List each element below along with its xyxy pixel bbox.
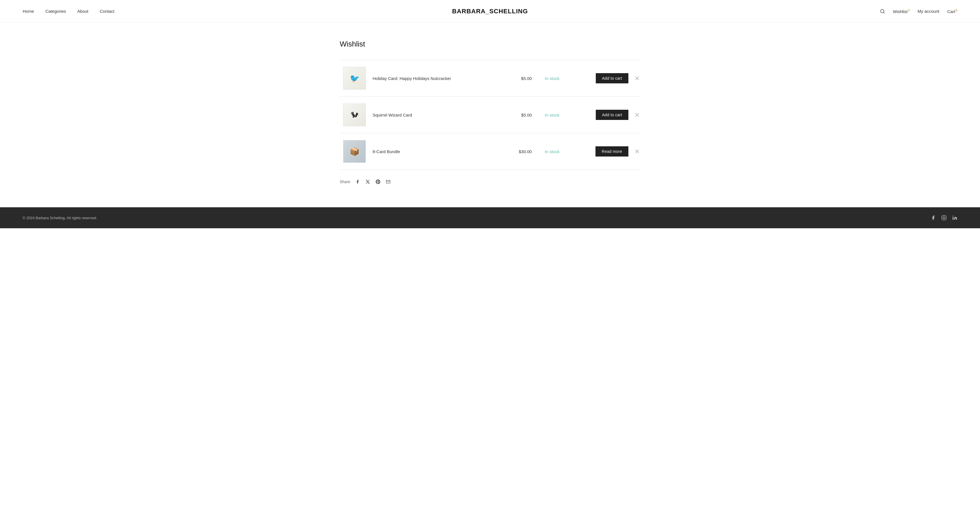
nav-wishlist[interactable]: Wishlist3 [893, 8, 910, 14]
svg-point-0 [880, 10, 884, 13]
main-content: Wishlist Holiday Card: Happy Holidays Nu… [334, 23, 646, 207]
product-name-3: 8-Card Bundle [369, 133, 504, 170]
site-header: Home Categories About Contact BARBARA_SC… [0, 0, 980, 23]
remove-item-button-3[interactable] [634, 148, 640, 154]
product-name-1: Holiday Card: Happy Holidays Nutcracker [369, 60, 504, 97]
footer-copyright: © 2024 Barbara Schelling. All rights res… [23, 216, 97, 220]
product-stock-1: In stock [535, 60, 569, 97]
wishlist-item-3: 8-Card Bundle $30.00 In stock Read more [340, 133, 640, 170]
footer-instagram-button[interactable] [942, 215, 947, 220]
product-stock-3: In stock [535, 133, 569, 170]
footer-linkedin-icon [952, 215, 957, 220]
wishlist-item-2: Squirrel Wizard Card $5.00 In stock Add … [340, 97, 640, 133]
footer-instagram-icon [942, 215, 947, 220]
x-twitter-icon [366, 180, 370, 184]
share-section: Share [340, 179, 640, 184]
add-to-cart-button-1[interactable]: Add to cart [596, 73, 628, 83]
share-pinterest-button[interactable] [375, 179, 381, 184]
product-image-2 [343, 103, 366, 126]
product-price-2: $5.00 [504, 97, 535, 133]
footer-facebook-icon [931, 215, 936, 220]
site-footer: © 2024 Barbara Schelling. All rights res… [0, 207, 980, 228]
svg-line-1 [884, 12, 885, 13]
product-action-cell-1: Add to cart [569, 60, 632, 97]
header-right-nav: Wishlist3 My account Cart5 [880, 8, 957, 14]
add-to-cart-button-2[interactable]: Add to cart [596, 110, 628, 120]
remove-item-button-2[interactable] [634, 112, 640, 118]
product-name-2: Squirrel Wizard Card [369, 97, 504, 133]
product-image-cell-3 [340, 133, 369, 170]
main-nav: Home Categories About Contact [23, 9, 114, 14]
email-icon [386, 180, 390, 184]
wishlist-table: Holiday Card: Happy Holidays Nutcracker … [340, 60, 640, 170]
svg-point-11 [953, 216, 954, 217]
search-icon [880, 9, 885, 14]
share-email-button[interactable] [385, 179, 391, 184]
nav-about[interactable]: About [77, 9, 89, 14]
wishlist-item-1: Holiday Card: Happy Holidays Nutcracker … [340, 60, 640, 97]
nav-categories[interactable]: Categories [45, 9, 66, 14]
svg-rect-8 [942, 216, 946, 220]
footer-social-links [931, 215, 957, 220]
remove-item-button-1[interactable] [634, 75, 640, 81]
footer-facebook-button[interactable] [931, 215, 936, 220]
product-image-cell-2 [340, 97, 369, 133]
cart-badge: 5 [956, 8, 957, 12]
footer-linkedin-button[interactable] [952, 215, 957, 220]
search-button[interactable] [880, 9, 885, 14]
share-label: Share [340, 180, 350, 184]
share-facebook-button[interactable] [355, 179, 360, 184]
facebook-icon [355, 180, 360, 184]
nav-cart[interactable]: Cart5 [947, 8, 957, 14]
product-stock-2: In stock [535, 97, 569, 133]
product-image-cell-1 [340, 60, 369, 97]
close-icon [635, 76, 639, 80]
read-more-button-3[interactable]: Read more [595, 146, 628, 157]
nav-home[interactable]: Home [23, 9, 34, 14]
product-image-3 [343, 140, 366, 163]
close-icon [635, 113, 639, 117]
pinterest-icon [376, 180, 380, 184]
svg-rect-10 [953, 217, 954, 220]
product-price-3: $30.00 [504, 133, 535, 170]
wishlist-badge: 3 [908, 8, 910, 12]
product-image-1 [343, 67, 366, 90]
product-action-cell-2: Add to cart [569, 97, 632, 133]
share-twitter-button[interactable] [365, 179, 371, 184]
site-logo[interactable]: BARBARA_SCHELLING [452, 8, 528, 15]
close-icon [635, 149, 639, 153]
nav-contact[interactable]: Contact [100, 9, 115, 14]
page-title: Wishlist [340, 40, 640, 48]
nav-my-account[interactable]: My account [918, 9, 939, 14]
product-action-cell-3: Read more [569, 133, 632, 170]
product-price-1: $5.00 [504, 60, 535, 97]
